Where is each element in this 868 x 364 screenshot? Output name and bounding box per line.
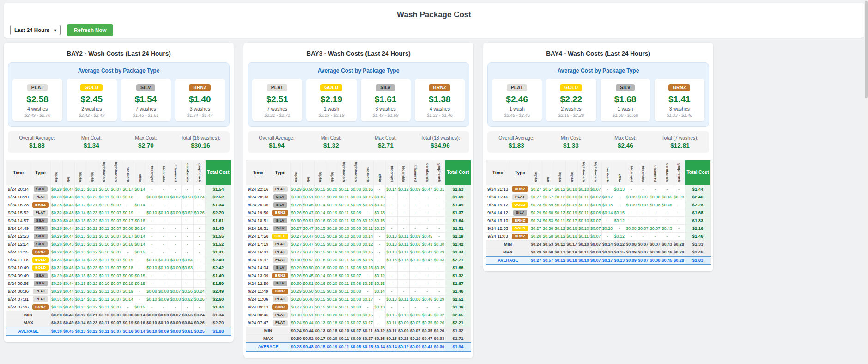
refresh-button[interactable]: Refresh Now [67,24,113,36]
cost-cell: $0.11 [397,295,409,303]
cost-cell: $0.07 [589,232,601,240]
cost-cell: $0.07 [110,256,122,264]
cost-cell: - [182,303,194,311]
stat-max-cost: Max Cost: $2.46 [598,135,653,149]
type-badge: PLAT [273,312,288,318]
type-badge: PLAT [512,194,528,200]
cost-cell: - [433,232,445,240]
wash-table-row: 9/24 10:49 GOLD $0.31$0.46$0.14$0.23$0.1… [6,264,231,271]
cost-cell: $0.45 [661,256,673,265]
summary-stats-bar: Overall Average: $1.94 Min Cost: $1.32 M… [248,131,469,153]
wash-time: 9/24 17:19 [246,240,270,248]
wash-time: 9/24 13:09 [246,271,270,279]
wash-time: 9/24 11:18 [6,256,30,264]
cost-cell: - [146,248,158,256]
cost-cell: $0.09 [625,201,637,209]
cost-cell: $0.14 [122,295,134,303]
cost-cell: $0.09 [170,264,182,271]
cost-cell: $0.16 [362,264,374,271]
cost-cell: $0.31 [51,295,63,303]
cost-cell: $0.09 [625,193,637,201]
cost-cell: $0.07 [110,240,122,248]
package-cost-range: $2.46 - $2.46 [493,112,540,117]
cost-cell: $0.16 [314,311,326,319]
cost-cell: $0.44 [62,287,74,295]
cost-cell: - [374,295,386,303]
wash-type: SILV [270,216,291,224]
wash-table-row: 9/24 12:33 GOLD $0.27$0.56$0.12$0.18$0.1… [486,224,711,232]
cost-cell: $0.22 [86,248,98,256]
cost-cell: - [374,240,386,248]
stat-min-cost: Min Cost: $1.34 [64,135,119,149]
cost-cell: - [158,216,170,224]
cost-cell: $0.35 [421,327,433,334]
cost-cell: - [397,303,409,311]
cost-cell: $0.13 [554,209,566,216]
cost-cell: - [374,232,386,240]
cost-cell: $0.17 [362,319,374,327]
cost-cell: $0.09 [409,343,421,351]
cost-cell: - [170,232,182,240]
cost-cell: $0.19 [122,287,134,295]
cost-cell: $0.11 [98,224,110,232]
cost-cell: $0.15 [362,311,374,319]
cost-cell: $0.09 [122,271,134,279]
wash-type: GOLD [510,201,530,209]
wash-type: SILV [270,193,291,201]
cost-cell: $0.09 [397,319,409,327]
cost-cell: - [362,287,374,295]
average-cost-section: Average Cost by Package Type PLAT $2.58 … [8,62,230,127]
cost-cell: $0.09 [397,327,409,334]
wash-table-row: 9/24 12:53 SILV $0.29$0.44$0.13$0.21$0.1… [6,232,231,240]
cost-cell: $0.59 [542,201,554,209]
cost-cell: - [397,271,409,279]
cost-cell: $0.30 [291,216,303,224]
row-total-cost: $1.41 [206,248,231,256]
period-select[interactable]: Last 24 Hours ▾ [10,25,61,35]
cost-cell: $0.10 [146,209,158,216]
cost-cell: $0.07 [589,256,601,265]
cost-cell: $0.24 [194,287,206,295]
package-card-brnz: BRNZ $1.41 3 washes $1.33 - $1.46 [655,79,704,121]
cost-cell: $0.10 [338,327,350,334]
package-average-cost: $2.46 [493,94,540,105]
wash-type: SILV [30,232,51,240]
cost-cell: $0.22 [86,287,98,295]
cost-cell: $0.43 [661,240,673,248]
row-total-cost: $1.33 [685,216,711,224]
cost-cell: $0.18 [326,271,338,279]
cost-cell: $0.27 [530,224,542,232]
cost-cell: - [421,264,433,271]
type-badge: BRNZ [32,304,49,310]
type-badge: SILV [34,273,48,278]
cost-cell: $0.46 [62,264,74,271]
cost-cell: $0.07 [110,193,122,201]
cost-cell: $0.43 [62,240,74,248]
type-badge: SILV [34,186,48,192]
type-badge: SILV [273,194,287,200]
wash-type: PLAT [30,193,51,201]
cost-cell: $0.14 [601,240,613,248]
cost-cell: $0.47 [302,232,314,240]
type-badge: PLAT [273,241,288,247]
cost-cell: $0.10 [146,256,158,264]
cost-cell: $0.62 [182,209,194,216]
cost-cell: $0.35 [421,319,433,327]
bay-panel-bay4: BAY4 - Wash Costs (Last 24 Hours) Averag… [483,43,713,271]
cost-cell: $0.09 [170,256,182,264]
column-header-lopha: lopha [51,160,63,185]
cost-cell: $0.09 [350,193,362,201]
vertical-scrollbar[interactable] [864,0,868,364]
cost-cell: $0.24 [530,240,542,248]
cost-cell: - [433,303,445,311]
column-header-hiphboostb: hiphboostb [98,160,110,185]
package-badge: PLAT [27,84,48,91]
wash-table-row: 9/24 07:26 BRNZ $0.30$0.46$0.13$0.22$0.1… [6,303,231,311]
cost-cell: $0.07 [110,311,122,319]
scrollbar-thumb[interactable] [865,1,868,98]
cost-cell: $0.17 [566,240,578,248]
cost-cell: $0.15 [374,264,386,271]
max-row: MAX$0.30$0.52$0.17$0.20$0.11$0.09$0.17$0… [246,334,471,343]
row-total-cost: $2.60 [206,295,231,303]
cost-cell: - [194,185,206,193]
